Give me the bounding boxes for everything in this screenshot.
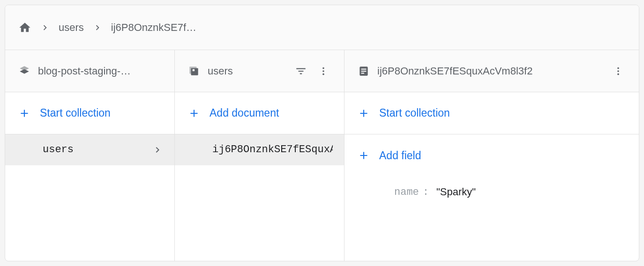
project-column: blog-post-staging-… Start collection use… xyxy=(5,50,175,261)
document-icon xyxy=(358,65,370,77)
svg-point-10 xyxy=(617,67,619,69)
action-label: Add field xyxy=(379,149,421,162)
document-list-item[interactable]: ij6P8OnznkSE7fESquxAcVm8l3f2 xyxy=(175,134,344,165)
svg-rect-7 xyxy=(361,68,367,69)
collection-list-item[interactable]: users xyxy=(5,134,174,165)
add-field-button[interactable]: Add field xyxy=(344,134,639,177)
breadcrumb-segment-collection[interactable]: users xyxy=(59,22,84,34)
document-title: ij6P8OnznkSE7fESquxAcVm8l3f2 xyxy=(377,65,603,77)
add-document-button[interactable]: Add document xyxy=(175,92,344,134)
plus-icon xyxy=(188,107,200,119)
chevron-right-icon xyxy=(92,22,103,33)
field-colon: : xyxy=(423,186,429,198)
field-key: name xyxy=(394,186,419,198)
breadcrumb: users ij6P8OnznkSE7f… xyxy=(5,5,639,50)
project-header: blog-post-staging-… xyxy=(5,50,174,92)
collection-column: users Add document ij6P8OnznkSE7fESquxAc… xyxy=(175,50,344,261)
svg-rect-2 xyxy=(193,69,195,71)
project-title: blog-post-staging-… xyxy=(38,65,161,77)
collection-header: users xyxy=(175,50,344,92)
field-value: "Sparky" xyxy=(436,186,476,198)
start-collection-button[interactable]: Start collection xyxy=(344,92,639,134)
columns: blog-post-staging-… Start collection use… xyxy=(5,50,639,261)
home-icon[interactable] xyxy=(18,21,31,34)
svg-rect-8 xyxy=(361,70,367,71)
action-label: Start collection xyxy=(40,107,111,119)
filter-icon[interactable] xyxy=(293,64,308,79)
chevron-right-icon xyxy=(152,144,163,155)
field-row[interactable]: name: "Sparky" xyxy=(344,177,639,207)
collection-title: users xyxy=(208,65,286,77)
breadcrumb-segment-document[interactable]: ij6P8OnznkSE7f… xyxy=(111,22,196,34)
plus-icon xyxy=(358,107,370,119)
action-label: Start collection xyxy=(379,107,450,119)
svg-rect-9 xyxy=(361,73,365,74)
collection-name: users xyxy=(43,144,148,155)
more-vert-icon[interactable] xyxy=(611,64,626,79)
document-header: ij6P8OnznkSE7fESquxAcVm8l3f2 xyxy=(344,50,639,92)
collection-icon xyxy=(188,65,200,77)
svg-point-11 xyxy=(617,70,619,72)
chevron-right-icon xyxy=(40,22,50,33)
data-panel: users ij6P8OnznkSE7f… blog-post-staging-… xyxy=(5,5,639,261)
svg-point-3 xyxy=(322,67,324,69)
project-icon xyxy=(18,65,30,77)
document-id: ij6P8OnznkSE7fESquxAcVm8l3f2 xyxy=(212,144,333,155)
start-collection-button[interactable]: Start collection xyxy=(5,92,174,134)
action-label: Add document xyxy=(210,107,279,119)
plus-icon xyxy=(358,149,370,162)
document-column: ij6P8OnznkSE7fESquxAcVm8l3f2 Start colle… xyxy=(344,50,639,261)
more-vert-icon[interactable] xyxy=(316,64,331,79)
plus-icon xyxy=(18,107,30,119)
svg-point-4 xyxy=(322,70,324,72)
svg-point-12 xyxy=(617,73,619,75)
svg-point-5 xyxy=(322,73,324,75)
